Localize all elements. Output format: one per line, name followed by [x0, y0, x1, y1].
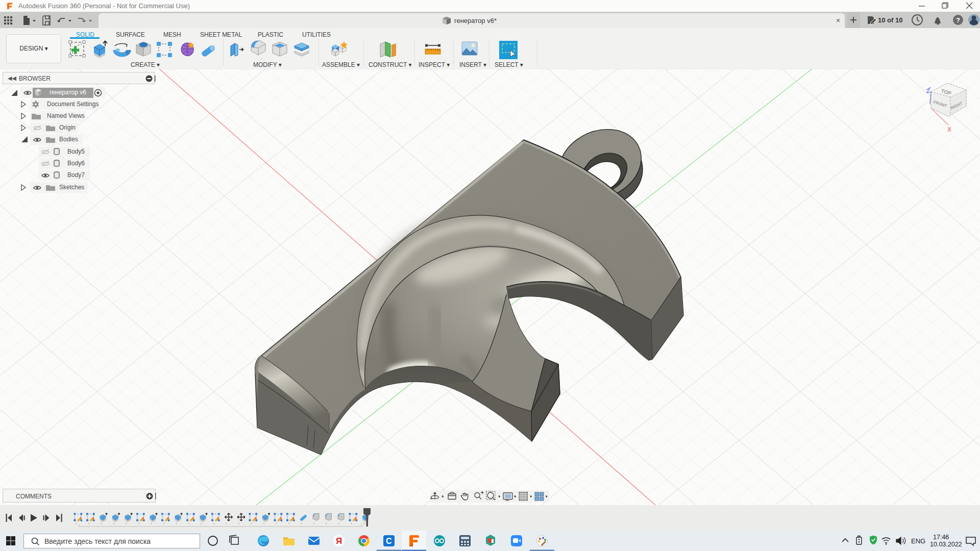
svg-text:Я: Я	[336, 536, 342, 546]
svg-text:C: C	[386, 537, 392, 545]
svg-text:?: ?	[956, 16, 960, 24]
svg-text:X: X	[947, 126, 951, 133]
svg-text:ENG: ENG	[911, 537, 925, 545]
svg-text:10.03.2022: 10.03.2022	[930, 541, 962, 548]
svg-text:10 of 10: 10 of 10	[878, 16, 902, 24]
svg-text:17:46: 17:46	[933, 534, 949, 541]
